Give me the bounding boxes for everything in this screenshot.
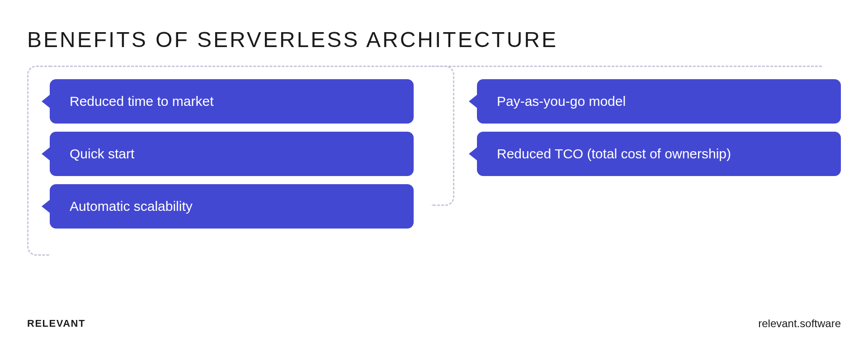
- footer: RELEVANT relevant.software: [27, 317, 841, 330]
- benefit-item: Quick start: [50, 132, 414, 176]
- benefit-item: Reduced TCO (total cost of ownership): [477, 132, 841, 176]
- dashed-connector-right: [432, 66, 454, 206]
- benefit-item: Reduced time to market: [50, 79, 414, 124]
- brand-name: RELEVANT: [27, 318, 85, 329]
- benefit-item: Automatic scalability: [50, 184, 414, 229]
- benefit-item: Pay-as-you-go model: [477, 79, 841, 124]
- website-url: relevant.software: [758, 317, 841, 330]
- benefits-diagram: Reduced time to market Quick start Autom…: [27, 79, 841, 229]
- dashed-connector-left: [27, 66, 50, 256]
- page-title: BENEFITS OF SERVERLESS ARCHITECTURE: [27, 27, 841, 52]
- benefits-column-right: Pay-as-you-go model Reduced TCO (total c…: [454, 79, 841, 229]
- benefits-column-left: Reduced time to market Quick start Autom…: [27, 79, 414, 229]
